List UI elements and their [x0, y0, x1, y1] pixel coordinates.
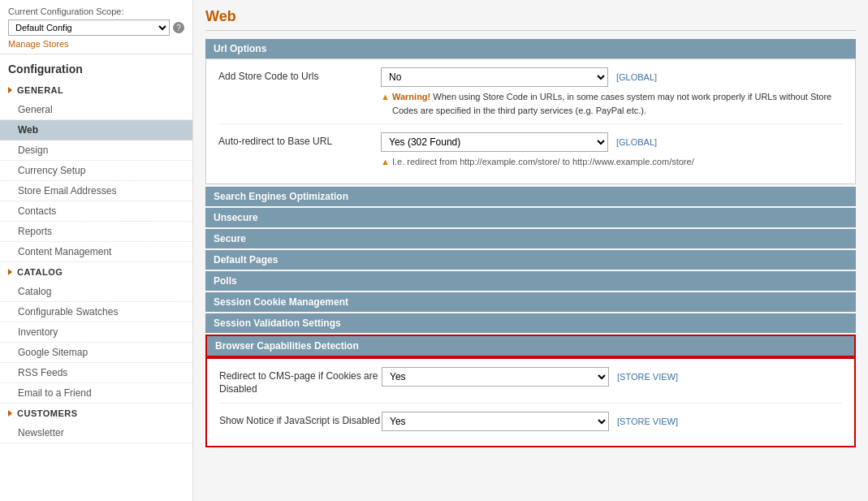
session-validation-bar[interactable]: Session Validation Settings: [205, 313, 856, 333]
section-label-general: GENERAL: [17, 85, 63, 95]
js-notice-row: Show Notice if JavaScript is Disabled Ye…: [219, 412, 842, 438]
sidebar-item-general[interactable]: General: [0, 100, 192, 120]
polls-bar[interactable]: Polls: [205, 271, 856, 291]
section-arrow-catalog: [8, 269, 12, 275]
redirect-cms-select[interactable]: Yes No: [382, 367, 609, 387]
browser-capabilities-content: Redirect to CMS-page if Cookies are Disa…: [205, 357, 856, 448]
scope-help-icon[interactable]: ?: [173, 22, 184, 33]
search-engines-bar[interactable]: Search Engines Optimization: [205, 187, 856, 206]
scope-label: Current Configuration Scope:: [8, 6, 184, 16]
section-arrow-customers: [8, 410, 12, 417]
js-notice-scope: [STORE VIEW]: [617, 417, 678, 426]
section-header-customers[interactable]: CUSTOMERS: [0, 404, 192, 423]
url-options-content: Add Store Code to Urls No Yes [GLOBAL] ▲…: [205, 58, 856, 184]
section-arrow-general: [8, 87, 12, 93]
sidebar-item-design[interactable]: Design: [0, 140, 192, 161]
add-store-code-control: No Yes [GLOBAL] ▲ Warning! When using St…: [381, 67, 843, 117]
add-store-code-label: Add Store Code to Urls: [218, 67, 381, 84]
js-notice-control: Yes No [STORE VIEW]: [382, 412, 842, 431]
add-store-code-scope: [GLOBAL]: [616, 72, 657, 82]
browser-capabilities-block: Browser Capabilities Detection Redirect …: [205, 335, 856, 448]
scope-select[interactable]: Default Config: [8, 19, 170, 36]
sidebar-item-configurable-swatches[interactable]: Configurable Swatches: [0, 302, 192, 322]
default-pages-bar[interactable]: Default Pages: [205, 250, 856, 270]
section-header-catalog[interactable]: CATALOG: [0, 262, 192, 282]
auto-redirect-row: Auto-redirect to Base URL No Yes (301 Mo…: [218, 132, 843, 175]
url-options-bar[interactable]: Url Options: [205, 39, 856, 58]
redirect-cms-control: Yes No [STORE VIEW]: [382, 367, 842, 387]
secure-bar[interactable]: Secure: [205, 229, 856, 248]
js-notice-label: Show Notice if JavaScript is Disabled: [219, 412, 382, 428]
scope-section: Current Configuration Scope: Default Con…: [0, 0, 192, 54]
redirect-cms-label: Redirect to CMS-page if Cookies are Disa…: [219, 367, 382, 397]
main-content: Web Url Options Add Store Code to Urls N…: [193, 0, 868, 501]
sidebar-item-contacts[interactable]: Contacts: [0, 201, 192, 222]
section-label-customers: CUSTOMERS: [17, 408, 78, 418]
sidebar-item-newsletter[interactable]: Newsletter: [0, 423, 192, 443]
sidebar-item-catalog[interactable]: Catalog: [0, 282, 192, 302]
sidebar: Current Configuration Scope: Default Con…: [0, 0, 193, 501]
unsecure-bar[interactable]: Unsecure: [205, 208, 856, 227]
sidebar-item-web[interactable]: Web: [0, 120, 192, 140]
auto-redirect-scope: [GLOBAL]: [616, 137, 657, 147]
add-store-code-select[interactable]: No Yes: [381, 67, 608, 87]
redirect-cms-row: Redirect to CMS-page if Cookies are Disa…: [219, 367, 842, 404]
auto-redirect-control: No Yes (301 Moved Permanently) Yes (302 …: [381, 132, 843, 169]
sidebar-item-rss-feeds[interactable]: RSS Feeds: [0, 363, 192, 383]
auto-redirect-select[interactable]: No Yes (301 Moved Permanently) Yes (302 …: [381, 132, 608, 152]
section-label-catalog: CATALOG: [17, 267, 63, 277]
redirect-cms-scope: [STORE VIEW]: [617, 372, 678, 382]
browser-capabilities-bar[interactable]: Browser Capabilities Detection: [205, 335, 856, 357]
url-options-block: Url Options Add Store Code to Urls No Ye…: [205, 39, 856, 184]
sidebar-item-google-sitemap[interactable]: Google Sitemap: [0, 343, 192, 363]
section-header-general[interactable]: GENERAL: [0, 80, 192, 100]
js-notice-select[interactable]: Yes No: [382, 412, 609, 431]
sidebar-item-content-mgmt[interactable]: Content Management: [0, 242, 192, 262]
sidebar-item-store-email[interactable]: Store Email Addresses: [0, 181, 192, 201]
manage-stores-link[interactable]: Manage Stores: [8, 39, 184, 49]
sidebar-item-reports[interactable]: Reports: [0, 222, 192, 242]
add-store-code-row: Add Store Code to Urls No Yes [GLOBAL] ▲…: [218, 67, 843, 124]
sidebar-item-inventory[interactable]: Inventory: [0, 322, 192, 343]
page-title: Web: [205, 8, 856, 31]
add-store-code-warning: ▲ Warning! When using Store Code in URLs…: [381, 90, 843, 117]
auto-redirect-label: Auto-redirect to Base URL: [218, 132, 381, 149]
sidebar-config-title: Configuration: [0, 54, 192, 80]
sidebar-item-email-friend[interactable]: Email to a Friend: [0, 383, 192, 404]
sidebar-item-currency-setup[interactable]: Currency Setup: [0, 161, 192, 181]
auto-redirect-info: ▲ I.e. redirect from http://example.com/…: [381, 155, 843, 169]
session-cookie-bar[interactable]: Session Cookie Management: [205, 292, 856, 312]
